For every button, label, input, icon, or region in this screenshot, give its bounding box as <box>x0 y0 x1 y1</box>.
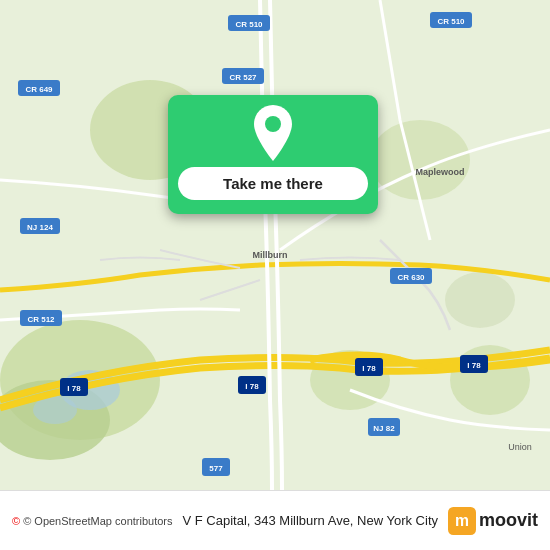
i78-right-label: I 78 <box>362 364 376 373</box>
map-container: CR 510 CR 510 CR 649 CR 527 NJ 124 CR 51… <box>0 0 550 490</box>
cr630-label: CR 630 <box>397 273 425 282</box>
address-label: V F Capital, 343 Millburn Ave, New York … <box>182 513 438 528</box>
moovit-brand-text: moovit <box>479 510 538 531</box>
svg-point-7 <box>445 272 515 328</box>
cr510-right-label: CR 510 <box>437 17 465 26</box>
cr527-label: CR 527 <box>229 73 257 82</box>
nj82-label: NJ 82 <box>373 424 395 433</box>
i78-center-label: I 78 <box>245 382 259 391</box>
popup-card: Take me there <box>168 95 378 214</box>
svg-point-23 <box>265 116 281 132</box>
osm-attribution: © © OpenStreetMap contributors <box>12 515 173 527</box>
cr649-label: CR 649 <box>25 85 53 94</box>
nj124-label: NJ 124 <box>27 223 53 232</box>
maplewood-label: Maplewood <box>416 167 465 177</box>
moovit-icon: m <box>448 507 476 535</box>
i78-far-right-label: I 78 <box>467 361 481 370</box>
moovit-logo: m moovit <box>448 507 538 535</box>
cr510-label: CR 510 <box>235 20 263 29</box>
i78-left-label: I 78 <box>67 384 81 393</box>
bottom-bar: © © OpenStreetMap contributors V F Capit… <box>0 490 550 550</box>
cr512-label: CR 512 <box>27 315 55 324</box>
millburn-label: Millburn <box>253 250 288 260</box>
osm-text-content: © OpenStreetMap contributors <box>23 515 172 527</box>
svg-text:m: m <box>455 512 469 529</box>
osm-heart: © <box>12 515 20 527</box>
union-label: Union <box>508 442 532 452</box>
take-me-there-button[interactable]: Take me there <box>178 167 368 200</box>
svg-point-4 <box>370 120 470 200</box>
cr577-label: 577 <box>209 464 223 473</box>
location-pin-icon <box>249 105 297 161</box>
